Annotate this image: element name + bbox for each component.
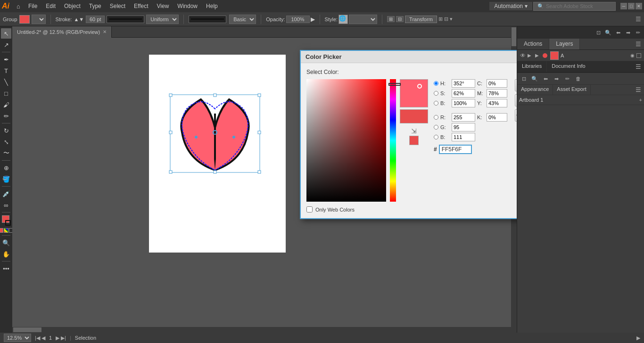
zoom-select[interactable]: 12.5% — [4, 334, 31, 342]
style-dropdown[interactable] — [349, 15, 377, 24]
panel-btn-3[interactable]: ⬅ — [541, 74, 550, 83]
zoom-tool[interactable]: 🔍 — [1, 237, 11, 248]
hue-radio[interactable] — [434, 81, 438, 86]
maximize-button[interactable]: □ — [628, 3, 635, 9]
stroke-color-box[interactable] — [5, 220, 11, 226]
color-mode-btn[interactable] — [0, 228, 3, 233]
r-input[interactable] — [452, 113, 475, 122]
tab-layers[interactable]: Layers — [549, 39, 580, 49]
web-colors-checkbox[interactable] — [306, 206, 313, 212]
automation-button[interactable]: Automation ▾ — [489, 2, 532, 10]
align-icon[interactable]: ⊟ — [396, 16, 404, 22]
minimize-button[interactable]: ─ — [620, 3, 627, 9]
menu-file[interactable]: File — [25, 2, 41, 10]
brush-dropdown[interactable]: Basic — [229, 15, 256, 24]
layer-visibility-box[interactable] — [636, 53, 641, 58]
grid-icon[interactable]: ⊞ — [387, 16, 395, 22]
y-input[interactable] — [487, 99, 507, 107]
fill-color-swatch[interactable] — [19, 15, 30, 24]
transform-more[interactable]: ⊞ ⊟ ▾ — [438, 16, 453, 22]
panel-btn-2[interactable]: 🔍 — [530, 74, 539, 83]
line-tool[interactable]: ╲ — [1, 77, 11, 87]
k-input[interactable] — [487, 113, 507, 122]
b-input[interactable] — [452, 99, 475, 107]
page-nav-next[interactable]: ▶ ▶| — [56, 335, 66, 341]
home-icon[interactable]: ⌂ — [13, 1, 24, 11]
tab-document-info[interactable]: Document Info — [547, 61, 590, 72]
tab-actions[interactable]: Actions — [517, 39, 549, 49]
rectangle-tool[interactable]: □ — [1, 88, 11, 98]
b3-input[interactable] — [452, 133, 475, 141]
eye-toggle-icon[interactable]: 👁 — [520, 52, 526, 59]
panel-btn-4[interactable]: ➡ — [552, 74, 561, 83]
handle-tm[interactable] — [214, 94, 216, 97]
search-bar[interactable]: 🔍 — [533, 2, 616, 11]
handle-tl[interactable] — [169, 94, 172, 97]
paintbrush-tool[interactable]: 🖌 — [1, 99, 11, 110]
selection-tool[interactable]: ↖ — [1, 28, 11, 39]
tab-close-icon[interactable]: ✕ — [103, 29, 107, 34]
copy-color-icon[interactable]: ⇲ — [411, 127, 417, 135]
h-input[interactable] — [452, 79, 475, 88]
color-gradient-picker[interactable] — [306, 79, 386, 202]
sub-tab-asset-export[interactable]: Asset Export — [553, 85, 590, 95]
opacity-input[interactable] — [286, 16, 310, 23]
sub-tab-menu[interactable]: ☰ — [633, 85, 644, 95]
fill-dropdown[interactable] — [32, 15, 46, 24]
hand-tool[interactable]: ✋ — [1, 249, 11, 259]
layer-target-icon[interactable]: ◉ — [630, 53, 635, 58]
rp-icon-4[interactable]: ➡ — [624, 28, 632, 37]
panel-btn-1[interactable]: ⊡ — [519, 74, 528, 83]
direct-selection-tool[interactable]: ↗ — [1, 40, 11, 50]
artboard-add-icon[interactable]: + — [639, 97, 642, 103]
vertical-scroll-thumb[interactable] — [512, 27, 516, 46]
eyedropper-tool[interactable]: 💉 — [1, 188, 11, 199]
menu-select[interactable]: Select — [106, 2, 129, 10]
g-input[interactable] — [452, 123, 475, 131]
live-paint-tool[interactable]: 🪣 — [1, 174, 11, 184]
type-tool[interactable]: T — [1, 65, 11, 76]
ok-button[interactable]: OK — [515, 79, 517, 91]
cancel-button[interactable]: Cancel — [515, 94, 517, 106]
pen-tool[interactable]: ✒ — [1, 54, 11, 65]
more-tools[interactable]: ••• — [1, 263, 11, 274]
gradient-mode-btn[interactable] — [4, 228, 8, 233]
rp-icon-5[interactable]: ✏ — [634, 28, 642, 37]
green-radio[interactable] — [434, 125, 438, 130]
handle-ml[interactable] — [169, 131, 172, 134]
c-input[interactable] — [487, 79, 507, 88]
panel-btn-6[interactable]: 🗑 — [573, 74, 583, 83]
document-tab[interactable]: Untitled-2* @ 12.5% (RGB/Preview) ✕ — [12, 26, 112, 38]
menu-view[interactable]: View — [153, 2, 173, 10]
sat-radio[interactable] — [434, 91, 438, 96]
scale-tool[interactable]: ⤡ — [1, 137, 11, 147]
hue-slider[interactable] — [390, 79, 396, 202]
horizontal-scrollbar[interactable] — [12, 327, 517, 333]
warp-tool[interactable]: 〜 — [1, 148, 11, 158]
panel-menu-icon[interactable]: ☰ — [633, 39, 644, 49]
blue-radio[interactable] — [434, 135, 438, 139]
rp-icon-1[interactable]: ⊡ — [594, 28, 603, 37]
handle-bm[interactable] — [214, 171, 216, 173]
rp-icon-3[interactable]: ⬅ — [614, 28, 622, 37]
menu-effect[interactable]: Effect — [130, 2, 152, 10]
search-input[interactable] — [546, 3, 611, 9]
sub-tab-appearance[interactable]: Appearance — [517, 85, 553, 95]
bright-radio[interactable] — [434, 101, 438, 106]
stroke-type-dropdown[interactable]: Uniform — [146, 15, 179, 24]
menu-help[interactable]: Help — [202, 2, 222, 10]
color-swatches-button[interactable]: Color Swatches — [515, 109, 517, 122]
horizontal-scroll-thumb[interactable] — [13, 327, 41, 332]
menu-window[interactable]: Window — [173, 2, 201, 10]
tab-libraries[interactable]: Libraries — [517, 61, 547, 72]
handle-br[interactable] — [258, 171, 261, 173]
red-radio[interactable] — [434, 115, 438, 120]
transform-button[interactable]: Transform — [405, 16, 437, 23]
s-input[interactable] — [452, 89, 475, 98]
shape-builder-tool[interactable]: ⊕ — [1, 163, 11, 173]
page-nav-prev[interactable]: |◀ ◀ — [35, 335, 45, 341]
rp-icon-2[interactable]: 🔍 — [604, 28, 612, 37]
handle-tr[interactable] — [258, 94, 261, 97]
menu-edit[interactable]: Edit — [42, 2, 59, 10]
blend-tool[interactable]: ∞ — [1, 200, 11, 210]
